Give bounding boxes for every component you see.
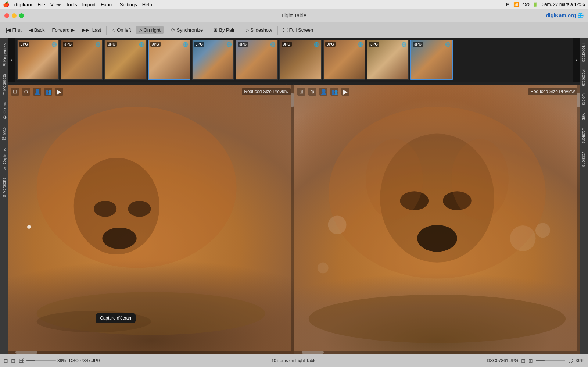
metadata-icon-left: ≡	[2, 92, 6, 95]
thumb-8[interactable]: JPG 🌐	[323, 40, 365, 80]
zoom-slider-right[interactable]	[536, 360, 565, 361]
control-center-icon[interactable]: ⊞	[506, 2, 510, 7]
menubar: 🍎 digikam File View Tools Import Export …	[0, 0, 588, 9]
thumb-2[interactable]: JPG 🌐	[61, 40, 103, 80]
menu-digikam[interactable]: digikam	[14, 2, 32, 7]
left-preview-panel: ⊞ ⊕ 👤 👥 ▶ Reduced Size Preview	[8, 85, 294, 354]
sidebar-tab-colors-right[interactable]: Colors	[581, 90, 587, 109]
forward-button[interactable]: Forward ▶	[49, 26, 78, 34]
sidebar-tab-properties-right[interactable]: Properties	[581, 40, 587, 65]
svg-point-19	[309, 295, 566, 343]
sidebar-tab-colors-left[interactable]: ◐ Colors	[1, 98, 8, 124]
separator-4	[240, 26, 240, 35]
right-panel-scrollbar-right[interactable]	[577, 85, 580, 354]
sidebar-tab-properties-left[interactable]: ⊞ Properties	[1, 40, 8, 70]
thumb-4[interactable]: JPG 🌐	[148, 40, 190, 80]
right-preview-panel: ⊞ ⊕ 👤 👥 ▶ Reduced Size Preview	[294, 85, 580, 354]
maximize-button[interactable]	[19, 13, 24, 18]
items-count: 10 items on Light Table	[271, 358, 316, 363]
map-icon-left: 🗺	[2, 137, 6, 141]
person-icon-left[interactable]: 👤	[33, 88, 41, 96]
zoom-slider-left[interactable]	[26, 360, 56, 361]
colors-icon-left: ◐	[2, 115, 7, 120]
left-panel-scrollbar-bottom[interactable]	[8, 351, 291, 354]
thumb-7[interactable]: JPG 🌐	[279, 40, 322, 80]
sidebar-tab-metadata-right[interactable]: Metadata	[581, 65, 587, 90]
filename-left: DSC07847.JPG	[69, 358, 100, 363]
thumb-badge-10: JPG	[413, 42, 423, 47]
svg-point-14	[451, 139, 508, 220]
close-button[interactable]	[4, 13, 9, 18]
on-right-button[interactable]: ▷ On right	[136, 26, 164, 34]
filmstrip-scroll-left[interactable]: ‹	[8, 38, 15, 82]
statusbar-left: ⊞ ⊡ 🖼 39% DSC07847.JPG	[4, 358, 487, 364]
frame-icon[interactable]: ⊡	[11, 358, 15, 364]
sidebar-tab-captions-right[interactable]: Captions	[581, 124, 587, 147]
zoom-in-icon-right[interactable]: ⊕	[308, 88, 316, 96]
synchronize-button[interactable]: ⟳ Synchronize	[168, 26, 206, 34]
forward-icon: ▶	[71, 27, 75, 33]
svg-point-15	[328, 216, 347, 234]
menu-view[interactable]: View	[50, 2, 61, 7]
thumb-1[interactable]: JPG 🌐	[17, 40, 59, 80]
zoom-fit-icon-right[interactable]: ⊞	[297, 88, 305, 96]
sidebar-tab-versions-left[interactable]: ⧉ Versions	[1, 174, 7, 201]
thumb-10[interactable]: JPG 🌐	[410, 40, 453, 80]
person-add-icon-left[interactable]: 👥	[44, 88, 52, 96]
zoom-expand-icon[interactable]: ⛶	[568, 358, 573, 363]
zoom-fit-icon-left[interactable]: ⊞	[11, 88, 19, 96]
on-left-button[interactable]: ◁ On left	[109, 26, 134, 34]
menu-help[interactable]: Help	[142, 2, 152, 7]
slideshow-button[interactable]: ▷ Slideshow	[242, 26, 275, 34]
sidebar-tab-metadata-left[interactable]: ≡ Metadata	[1, 70, 7, 98]
preview-icon[interactable]: 🖼	[18, 358, 24, 364]
toolbar: |◀ First ◀ Back Forward ▶ ▶▶| Last ◁ On …	[0, 22, 588, 38]
menu-file[interactable]: File	[37, 2, 45, 7]
last-button[interactable]: ▶▶| Last	[79, 26, 104, 34]
sidebar-tab-versions-right[interactable]: Versions	[581, 147, 587, 170]
first-button[interactable]: |◀ First	[3, 26, 25, 34]
sidebar-tab-map-left[interactable]: 🗺 Map	[1, 124, 7, 144]
left-dog-photo[interactable]	[8, 85, 294, 354]
apple-menu[interactable]: 🍎	[3, 1, 9, 7]
fullscreen-button[interactable]: ⛶ Full Screen	[280, 26, 316, 34]
play-icon-right[interactable]: ▶	[341, 88, 349, 96]
menu-settings[interactable]: Settings	[120, 2, 137, 7]
svg-point-12	[417, 225, 457, 252]
right-panel-scrollbar-bottom[interactable]	[294, 351, 577, 354]
zoom-in-icon-left[interactable]: ⊕	[22, 88, 30, 96]
sidebar-tab-captions-left[interactable]: ✎ Captions	[1, 145, 8, 174]
sidebar-tab-map-right[interactable]: Map	[581, 109, 587, 124]
svg-point-3	[94, 201, 116, 217]
wifi-icon[interactable]: 📶	[513, 2, 519, 7]
right-dog-photo[interactable]	[294, 85, 580, 354]
battery-icon[interactable]: 49% 🔋	[523, 2, 538, 7]
filmstrip-divider: · · · · · · ·	[8, 82, 580, 85]
minimize-button[interactable]	[12, 13, 17, 18]
globe-icon-8: 🌐	[358, 42, 363, 47]
frame-icon-right[interactable]: ⊡	[521, 358, 526, 364]
back-button[interactable]: ◀ Back	[26, 26, 48, 34]
thumb-6[interactable]: JPG 🌐	[236, 40, 278, 80]
thumb-9[interactable]: JPG 🌐	[367, 40, 409, 80]
person-add-icon-right[interactable]: 👥	[330, 88, 338, 96]
thumb-5[interactable]: JPG 🌐	[192, 40, 234, 80]
main-layout: ⊞ Properties ≡ Metadata ◐ Colors 🗺 Map ✎…	[0, 38, 588, 354]
svg-point-13	[366, 139, 423, 220]
left-panel-scrollbar-right[interactable]	[291, 85, 294, 354]
thumb-badge-3: JPG	[107, 42, 117, 47]
menu-export[interactable]: Export	[101, 2, 115, 7]
on-right-icon: ▷	[139, 27, 142, 33]
filmstrip-scroll-right[interactable]: ›	[573, 38, 580, 82]
preview-icon-right[interactable]: ⊞	[528, 358, 533, 364]
digikam-logo: digiKam.org 🌐	[546, 13, 584, 18]
by-pair-button[interactable]: ⊞ By Pair	[211, 26, 237, 34]
grid-icon[interactable]: ⊞	[4, 358, 8, 364]
thumb-3[interactable]: JPG 🌐	[104, 40, 147, 80]
menu-tools[interactable]: Tools	[66, 2, 77, 7]
person-icon-right[interactable]: 👤	[319, 88, 327, 96]
menu-import[interactable]: Import	[82, 2, 96, 7]
separator-1	[106, 26, 107, 35]
play-icon-left[interactable]: ▶	[55, 88, 63, 96]
statusbar-right: DSC07861.JPG ⊡ ⊞ ⛶ 39%	[487, 358, 584, 364]
